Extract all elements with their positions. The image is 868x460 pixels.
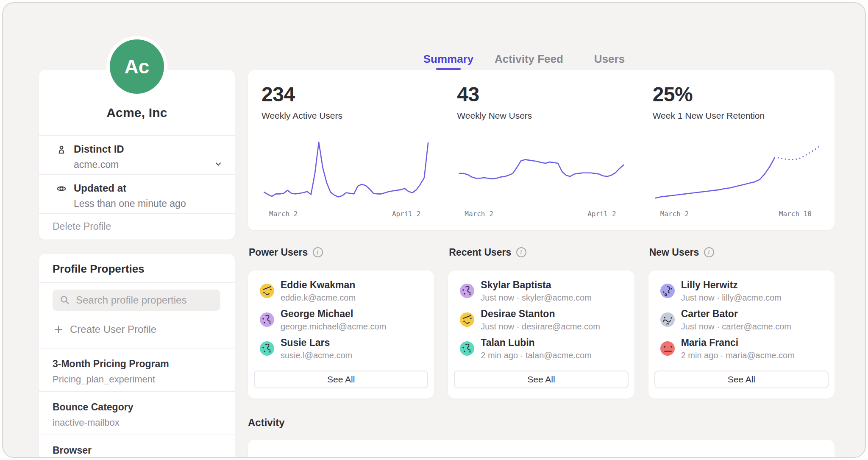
field-distinct-id: Distinct ID acme.com — [39, 135, 235, 174]
user-avatar — [460, 312, 474, 327]
field-value: acme.com — [74, 159, 124, 170]
x-tick: March 2 — [660, 210, 689, 218]
user-lists-row: Power Users i Eddie Kwakman eddie.k@acme… — [248, 246, 835, 399]
property-item: 3-Month Pricing Program Pricing_plan_exp… — [39, 348, 235, 392]
search-input[interactable] — [76, 294, 214, 306]
x-axis-ticks: March 2 April 2 — [262, 210, 431, 218]
user-avatar — [260, 284, 274, 298]
x-tick: April 2 — [392, 210, 420, 218]
profile-properties-card: Profile Properties Create User Profile 3… — [39, 254, 235, 458]
new-users-card: Lilly Herwitz Just now · lilly@acme.com … — [648, 270, 835, 399]
company-name: Acme, Inc — [106, 106, 167, 120]
user-name: Talan Lubin — [481, 337, 592, 348]
user-name: Lilly Herwitz — [681, 279, 782, 291]
field-label: Distinct ID — [74, 143, 124, 155]
property-value: Pricing_plan_experiment — [53, 374, 221, 385]
person-icon — [56, 144, 67, 155]
field-updated-at: Updated at Less than one minute ago — [39, 174, 235, 213]
info-icon[interactable]: i — [313, 247, 323, 257]
user-detail: eddie.k@acme.com — [281, 293, 356, 303]
user-avatar — [260, 312, 274, 327]
activity-title: Activity — [248, 417, 285, 429]
stat-value: 234 — [262, 84, 431, 105]
x-tick: March 10 — [779, 210, 812, 218]
tab-summary[interactable]: Summary — [408, 47, 489, 70]
user-name: Skylar Baptista — [481, 279, 591, 291]
company-avatar: Ac — [110, 39, 164, 94]
user-detail: susie.l@acme.com — [281, 351, 352, 360]
user-avatar — [260, 341, 274, 356]
stat-value: 43 — [457, 84, 627, 105]
user-row[interactable]: Maria Franci 2 min ago · maria@acme.com — [654, 337, 829, 360]
x-axis-ticks: March 2 April 2 — [457, 210, 627, 218]
tab-users[interactable]: Users — [569, 47, 650, 70]
field-value: Less than one minute ago — [74, 198, 186, 209]
company-avatar-initials: Ac — [125, 55, 150, 78]
user-row[interactable]: Eddie Kwakman eddie.k@acme.com — [254, 279, 428, 303]
user-row[interactable]: Lilly Herwitz Just now · lilly@acme.com — [654, 279, 829, 303]
property-item: Browser Chrome — [39, 435, 235, 458]
chevron-down-icon[interactable] — [214, 159, 223, 169]
user-row[interactable]: Skylar Baptista Just now · skyler@acme.c… — [454, 279, 628, 303]
power-users-card: Eddie Kwakman eddie.k@acme.com George Mi… — [248, 270, 434, 399]
tab-activity-feed[interactable]: Activity Feed — [489, 47, 569, 70]
properties-list: 3-Month Pricing Program Pricing_plan_exp… — [39, 348, 235, 458]
x-tick: April 2 — [587, 210, 616, 218]
stat-label: Weekly Active Users — [262, 111, 431, 121]
new-users-title: New Users — [649, 247, 699, 258]
see-all-button[interactable]: See All — [254, 371, 428, 388]
recent-users-title: Recent Users — [449, 247, 511, 258]
user-detail: Just now · carter@acme.com — [681, 322, 791, 332]
x-axis-ticks: March 2 March 10 — [653, 210, 823, 218]
user-row[interactable]: Carter Bator Just now · carter@acme.com — [654, 308, 829, 332]
property-value: inactive-mailbox — [53, 417, 221, 428]
power-users-title: Power Users — [249, 247, 308, 258]
x-tick: March 2 — [465, 210, 493, 218]
stat-value: 25% — [653, 84, 823, 105]
create-user-profile-button[interactable]: Create User Profile — [53, 323, 235, 335]
plus-icon — [53, 324, 64, 335]
user-name: Desirae Stanton — [481, 308, 600, 320]
summary-stats-card: 234 Weekly Active Users March 2 April 2 … — [248, 70, 835, 230]
weekly-new-users-chart — [457, 135, 627, 204]
power-users-block: Power Users i Eddie Kwakman eddie.k@acme… — [248, 246, 434, 399]
see-all-button[interactable]: See All — [654, 371, 829, 388]
user-row[interactable]: George Michael george.michael@acme.com — [254, 308, 428, 332]
user-name: Eddie Kwakman — [281, 279, 356, 291]
stat-weekly-new-users: 43 Weekly New Users March 2 April 2 — [443, 84, 639, 230]
profile-card: Acme, Inc Distinct ID acme.com — [39, 70, 235, 240]
user-avatar — [660, 312, 675, 327]
week1-retention-chart — [653, 135, 823, 204]
user-name: Susie Lars — [281, 337, 352, 348]
weekly-active-users-chart — [262, 135, 431, 204]
property-name: 3-Month Pricing Program — [53, 358, 221, 370]
activity-card: 234 240 3.4k — [248, 440, 835, 458]
recent-users-block: Recent Users i Skylar Baptista Just now … — [448, 246, 634, 399]
info-icon[interactable]: i — [516, 247, 526, 257]
search-box[interactable] — [53, 290, 220, 311]
user-detail: Just now · desirare@acme.com — [481, 322, 600, 332]
property-name: Bounce Category — [53, 401, 221, 413]
stat-week1-retention: 25% Week 1 New User Retention March 2 Ma… — [639, 84, 835, 230]
user-row[interactable]: Talan Lubin 2 min ago · talan@acme.com — [454, 337, 628, 360]
user-detail: 2 min ago · talan@acme.com — [481, 351, 592, 360]
user-detail: george.michael@acme.com — [281, 322, 386, 332]
new-users-block: New Users i Lilly Herwitz Just now · lil… — [648, 246, 835, 399]
user-name: Maria Franci — [681, 337, 795, 348]
user-name: George Michael — [281, 308, 386, 320]
field-label: Updated at — [74, 182, 186, 194]
delete-profile-button[interactable]: Delete Profile — [39, 213, 235, 240]
user-row[interactable]: Desirae Stanton Just now · desirare@acme… — [454, 308, 628, 332]
user-avatar — [660, 341, 675, 356]
user-row[interactable]: Susie Lars susie.l@acme.com — [254, 337, 428, 360]
property-item: Bounce Category inactive-mailbox — [39, 392, 235, 435]
user-detail: 2 min ago · maria@acme.com — [681, 351, 795, 360]
stat-label: Week 1 New User Retention — [653, 111, 823, 121]
see-all-button[interactable]: See All — [454, 371, 628, 388]
stat-label: Weekly New Users — [457, 111, 627, 121]
info-icon[interactable]: i — [704, 247, 714, 257]
tab-bar: Summary Activity Feed Users — [408, 47, 650, 70]
user-detail: Just now · lilly@acme.com — [681, 293, 782, 303]
stat-weekly-active-users: 234 Weekly Active Users March 2 April 2 — [248, 84, 443, 230]
property-name: Browser — [53, 445, 221, 456]
